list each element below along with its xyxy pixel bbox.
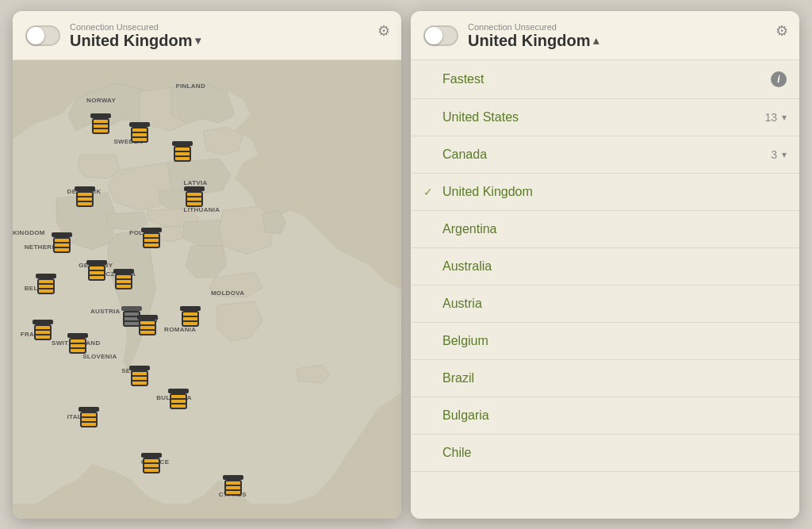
location-name-right[interactable]: United Kingdom ▴ (468, 32, 599, 50)
list-item-brazil[interactable]: Brazil (411, 360, 799, 397)
connection-status-left: Connection Unsecured (70, 22, 201, 32)
list-item-left-us: United States (423, 110, 519, 125)
map-panel: Connection Unsecured United Kingdom ▾ ⚙ (13, 11, 401, 519)
list-item-left-fastest: Fastest (423, 72, 484, 86)
barrel-netherlands (52, 234, 72, 253)
item-label-uk: United Kingdom (442, 185, 533, 199)
list-item-left-chile: Chile (423, 446, 471, 460)
item-label-us: United States (442, 110, 519, 125)
barrel-cyprus (223, 477, 243, 496)
list-item-fastest[interactable]: Fastest i (411, 60, 799, 99)
map-area: NORWAY SWEDEN FINLAND LATVIA LITHUANIA D… (13, 60, 401, 519)
list-item-left-argentina: Argentina (423, 222, 497, 236)
list-item-united-states[interactable]: United States 13 ▾ (411, 99, 799, 136)
list-item-argentina[interactable]: Argentina (411, 211, 799, 248)
barrel-greece (141, 454, 162, 473)
list-item-left-uk: ✓ United Kingdom (423, 185, 533, 199)
barrel-germany (86, 262, 107, 281)
barrel-czechia (113, 270, 134, 289)
connection-status-right: Connection Unsecured (468, 22, 599, 32)
checkmark-chile (423, 447, 436, 459)
list-item-australia[interactable]: Australia (411, 248, 799, 286)
barrel-hungary (137, 316, 158, 335)
checkmark-bulgaria (423, 409, 436, 422)
barrel-finland (172, 143, 193, 162)
barrel-norway (90, 115, 111, 134)
list-item-left-canada: Canada (423, 148, 487, 162)
checkmark-fastest (423, 73, 436, 86)
checkmark-australia (423, 260, 436, 273)
item-label-australia: Australia (442, 259, 492, 274)
list-item-left-belgium: Belgium (423, 334, 488, 348)
barrel-serbia (129, 367, 150, 386)
list-panel: Connection Unsecured United Kingdom ▴ ⚙ … (411, 11, 799, 519)
checkmark-canada (423, 148, 436, 161)
barrel-switzerland (67, 335, 88, 354)
item-label-brazil: Brazil (442, 371, 474, 385)
barrel-bulgaria (168, 390, 189, 409)
list-item-left-austria: Austria (423, 297, 482, 311)
item-label-chile: Chile (442, 446, 471, 460)
header-text: Connection Unsecured United Kingdom ▾ (70, 22, 201, 50)
checkmark-argentina (423, 223, 436, 236)
item-label-fastest: Fastest (442, 72, 484, 86)
barrel-romania (180, 308, 201, 327)
map-svg (13, 60, 401, 519)
vpn-toggle-right[interactable] (423, 25, 458, 46)
settings-button-left[interactable]: ⚙ (377, 22, 390, 40)
location-chevron-left: ▾ (195, 34, 201, 47)
barrel-latvia (184, 188, 205, 207)
item-label-argentina: Argentina (442, 222, 497, 236)
list-item-austria[interactable]: Austria (411, 286, 799, 323)
toggle-knob (27, 27, 44, 44)
item-right-us: 13 ▾ (764, 111, 787, 124)
list-header: Connection Unsecured United Kingdom ▴ ⚙ (411, 11, 799, 60)
checkmark-uk: ✓ (423, 186, 436, 198)
list-item-uk[interactable]: ✓ United Kingdom (411, 174, 799, 211)
item-label-belgium: Belgium (442, 334, 488, 348)
item-label-austria: Austria (442, 297, 482, 311)
map-header: Connection Unsecured United Kingdom ▾ ⚙ (13, 11, 401, 60)
barrel-france (33, 321, 53, 340)
toggle-knob-right (425, 27, 442, 44)
item-right-fastest: i (771, 71, 787, 87)
item-right-canada: 3 ▾ (771, 148, 787, 161)
location-chevron-right: ▴ (593, 34, 599, 47)
list-item-left-brazil: Brazil (423, 371, 474, 385)
barrel-denmark (75, 188, 95, 207)
expand-chevron-us: ▾ (782, 112, 787, 123)
barrel-italy (79, 408, 99, 427)
expand-chevron-canada: ▾ (782, 149, 787, 160)
list-item-bulgaria[interactable]: Bulgaria (411, 397, 799, 435)
checkmark-belgium (423, 335, 436, 347)
info-icon-fastest[interactable]: i (771, 71, 787, 87)
list-item-left-bulgaria: Bulgaria (423, 408, 489, 423)
checkmark-brazil (423, 372, 436, 385)
checkmark-us (423, 111, 436, 124)
list-item-chile[interactable]: Chile (411, 435, 799, 472)
barrel-poland (141, 229, 162, 248)
server-count-us: 13 (764, 111, 777, 124)
header-text-right: Connection Unsecured United Kingdom ▴ (468, 22, 599, 50)
list-item-belgium[interactable]: Belgium (411, 323, 799, 360)
vpn-toggle[interactable] (25, 25, 60, 46)
country-list: Fastest i United States 13 ▾ Canada (411, 60, 799, 519)
settings-button-right[interactable]: ⚙ (776, 22, 788, 40)
barrel-sweden (129, 124, 150, 143)
barrel-belgium (36, 275, 56, 294)
item-label-bulgaria: Bulgaria (442, 408, 489, 423)
list-item-left-australia: Australia (423, 259, 492, 274)
location-name-left[interactable]: United Kingdom ▾ (70, 32, 201, 50)
checkmark-austria (423, 297, 436, 310)
list-item-canada[interactable]: Canada 3 ▾ (411, 136, 799, 174)
server-count-canada: 3 (771, 148, 777, 161)
item-label-canada: Canada (442, 148, 487, 162)
